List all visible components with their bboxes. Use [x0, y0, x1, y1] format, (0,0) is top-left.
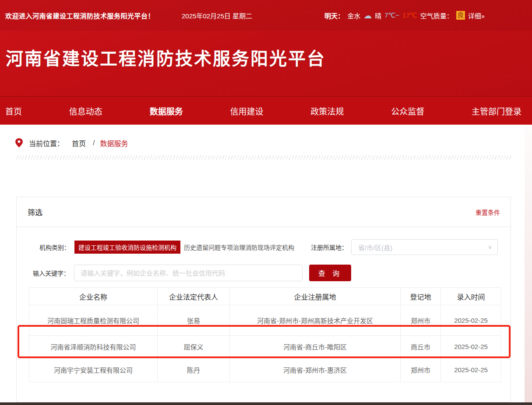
date-text: 2025年02月25日 星期二	[182, 11, 252, 20]
air-quality-badge: 良	[456, 11, 465, 20]
region-select-placeholder: 省/市/区(县)	[358, 243, 488, 252]
cell-company-name: 河南省泽顺消防科技有限公司	[29, 336, 158, 358]
nav-item-supervision[interactable]: 公众监督	[391, 105, 424, 117]
col-entry-date: 录入时间	[441, 288, 501, 305]
main-nav: 首页 信息动态 数据服务 信用建设 政策法规 公众监督 主管部门登录	[0, 96, 532, 125]
table-row[interactable]: 河南固瑞工程质量检测有限公司 张易 河南省-郑州市-郑州高新技术产业开发区 郑州…	[29, 305, 501, 336]
page-title: 河南省建设工程消防技术服务阳光平台	[0, 31, 532, 70]
col-legal-rep: 企业法定代表人	[158, 288, 230, 305]
filter-title: 筛选	[28, 206, 42, 217]
cell-entry-date: 2025-02-25	[441, 358, 501, 382]
keyword-label: 输入关键字：	[33, 269, 70, 277]
category-label: 机构类别：	[39, 243, 70, 251]
location-pin-icon	[15, 138, 23, 148]
cell-registered-location: 河南省-郑州市-惠济区	[230, 358, 401, 382]
filter-panel: 筛选 重置条件 机构类别： 建设工程竣工验收消防设施检测机构 历史遗留问题专项治…	[16, 197, 511, 402]
nav-item-data-service[interactable]: 数据服务	[150, 105, 183, 117]
weather-tomorrow-label: 明天：	[324, 11, 344, 20]
region-select[interactable]: 省/市/区(县) ∨	[351, 239, 498, 255]
filter-row-category: 机构类别： 建设工程竣工验收消防设施检测机构 历史遗留问题专项治理消防现场评定机…	[17, 239, 511, 255]
weather-city: 金水	[347, 11, 360, 20]
weather-temp-high: 17℃	[402, 11, 417, 19]
category-option-other[interactable]: 历史遗留问题专项治理消防现场评定机构	[184, 243, 294, 251]
weather-temp-low: 7℃~	[384, 11, 399, 19]
weather-widget: 明天： 金水 ☁ 晴 7℃~ 17℃ 空气质量： 良 详细»	[324, 11, 485, 20]
filter-row-keyword: 输入关键字： 查 询	[17, 265, 511, 281]
col-registered-location: 企业注册属地	[230, 288, 401, 305]
company-table: 企业名称 企业法定代表人 企业注册属地 登记地 录入时间 河南固瑞工程质量检测有…	[29, 287, 501, 382]
table-row[interactable]: 河南省泽顺消防科技有限公司 屈保义 河南省-商丘市-睢阳区 商丘市 2025-0…	[29, 336, 501, 358]
cell-entry-date: 2025-02-25	[441, 336, 501, 358]
weather-condition: 晴	[375, 11, 381, 20]
weather-detail-link[interactable]: 详细»	[468, 11, 485, 20]
breadcrumb-label: 当前位置：	[29, 138, 64, 148]
page: 欢迎进入河南省建设工程消防技术服务阳光平台！ 2025年02月25日 星期二 明…	[0, 0, 532, 405]
keyword-input[interactable]	[74, 265, 303, 281]
cell-registered-location: 河南省-郑州市-郑州高新技术产业开发区	[230, 305, 401, 336]
welcome-text: 欢迎进入河南省建设工程消防技术服务阳光平台！	[5, 11, 155, 20]
chevron-down-icon: ∨	[488, 244, 492, 250]
cell-registration-place: 郑州市	[401, 358, 441, 382]
table-header-row: 企业名称 企业法定代表人 企业注册属地 登记地 录入时间	[29, 288, 501, 305]
filter-panel-header: 筛选 重置条件	[17, 197, 511, 227]
cell-legal-rep: 张易	[158, 305, 230, 336]
slash-divider	[15, 155, 512, 160]
breadcrumb-current-link[interactable]: 数据服务	[100, 138, 128, 148]
nav-item-news[interactable]: 信息动态	[69, 105, 102, 117]
cloud-icon: ☁	[363, 11, 372, 20]
reset-conditions-link[interactable]: 重置条件	[476, 208, 500, 216]
region-label: 注册所属地：	[311, 243, 348, 251]
nav-item-policy[interactable]: 政策法规	[310, 105, 344, 117]
cell-legal-rep: 陈丹	[158, 358, 230, 382]
footer-top-bar	[0, 402, 532, 405]
air-quality-label: 空气质量：	[420, 11, 453, 20]
category-option-selected[interactable]: 建设工程竣工验收消防设施检测机构	[74, 241, 180, 254]
cell-company-name: 河南固瑞工程质量检测有限公司	[29, 305, 158, 336]
cell-entry-date: 2025-02-25	[441, 305, 501, 336]
breadcrumb: 当前位置： 首页 / 数据服务	[15, 138, 532, 148]
cell-legal-rep: 屈保义	[158, 336, 230, 358]
breadcrumb-home-link[interactable]: 首页	[72, 138, 86, 148]
breadcrumb-separator: /	[93, 139, 95, 147]
cell-company-name: 河南宇宁安装工程有限公司	[29, 358, 158, 382]
cell-registered-location: 河南省-商丘市-睢阳区	[230, 336, 401, 358]
cell-registration-place: 商丘市	[401, 336, 441, 358]
search-button[interactable]: 查 询	[309, 265, 351, 281]
nav-item-admin-login[interactable]: 主管部门登录	[472, 105, 521, 117]
main-content: 当前位置： 首页 / 数据服务 筛选 重置条件 机构类别： 建设工程竣工验收消防…	[0, 125, 532, 402]
top-utility-bar: 欢迎进入河南省建设工程消防技术服务阳光平台！ 2025年02月25日 星期二 明…	[0, 0, 532, 31]
col-company-name: 企业名称	[29, 288, 158, 305]
col-registration-place: 登记地	[401, 288, 441, 305]
nav-item-home[interactable]: 首页	[5, 105, 22, 117]
table-row[interactable]: 河南宇宁安装工程有限公司 陈丹 河南省-郑州市-惠济区 郑州市 2025-02-…	[29, 358, 501, 382]
nav-item-credit[interactable]: 信用建设	[230, 105, 263, 117]
site-header: 欢迎进入河南省建设工程消防技术服务阳光平台！ 2025年02月25日 星期二 明…	[0, 0, 532, 96]
page-edge-gradient	[525, 125, 532, 402]
cell-registration-place: 郑州市	[401, 305, 441, 336]
